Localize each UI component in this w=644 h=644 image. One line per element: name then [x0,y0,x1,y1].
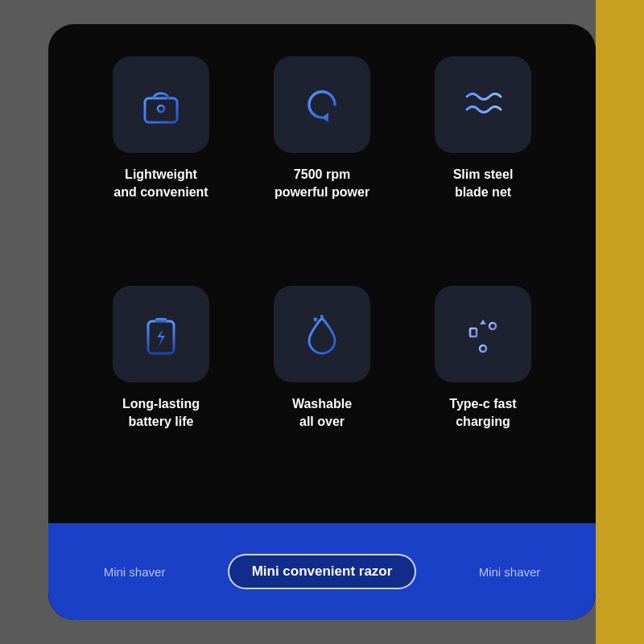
tab-mini-shaver-left[interactable]: Mini shaver [104,565,166,579]
bottom-tab-bar: Mini shaver Mini convenient razor Mini s… [48,523,596,620]
right-accent-panel [596,0,644,644]
bag-icon [137,80,185,129]
icon-box-blade [435,56,531,153]
feature-blade: Slim steel blade net [411,56,555,270]
feature-rpm: 7500 rpm powerful power [250,56,394,270]
svg-point-10 [480,345,486,352]
svg-rect-5 [155,318,167,323]
feature-battery: Long-lasting battery life [89,286,233,499]
feature-label-rpm: 7500 rpm powerful power [275,166,369,202]
usb-icon [459,310,507,358]
tab-mini-shaver-right[interactable]: Mini shaver [479,565,541,579]
feature-lightweight: Lightweight and convenient [89,56,233,270]
svg-rect-0 [145,98,177,122]
icon-box-battery [113,286,209,382]
icon-box-rpm [274,56,370,153]
feature-label-lightweight: Lightweight and convenient [114,166,208,202]
svg-marker-15 [480,320,486,324]
svg-marker-3 [322,113,328,122]
svg-point-7 [314,318,318,322]
icon-box-lightweight [113,56,209,153]
feature-label-charging: Type-c fast charging [449,395,516,431]
refresh-icon [298,80,346,129]
feature-charging: Type-c fast charging [411,286,555,499]
product-card: Lightweight and convenient [48,24,596,620]
svg-marker-6 [157,329,165,347]
icon-box-charging [435,286,531,382]
icon-box-washable [274,286,370,382]
waves-icon [459,80,507,129]
battery-icon [137,310,185,358]
feature-label-blade: Slim steel blade net [453,166,514,202]
svg-point-8 [320,315,324,318]
feature-washable: Washable all over [250,286,394,499]
water-icon [298,310,346,358]
feature-label-washable: Washable all over [292,395,352,431]
tab-mini-convenient-razor[interactable]: Mini convenient razor [228,554,417,589]
feature-label-battery: Long-lasting battery life [122,395,200,431]
features-grid: Lightweight and convenient [48,24,596,523]
